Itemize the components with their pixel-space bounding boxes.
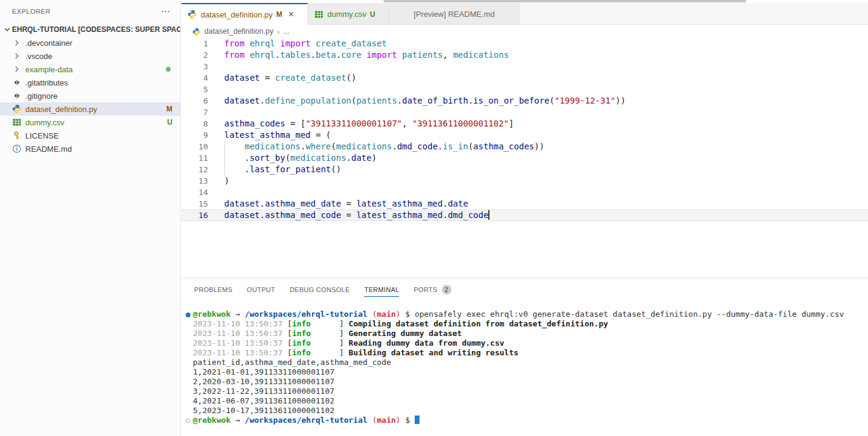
explorer-item--gitattributes[interactable]: .gitattributes <box>0 76 180 89</box>
tab-label: dummy.csv <box>327 10 366 19</box>
git-status-badge: M <box>276 10 282 19</box>
explorer-item--vscode[interactable]: .vscode <box>0 49 180 63</box>
line-number: 13 <box>181 175 208 187</box>
terminal-line-9: 3,2022-11-22,39113311000001107 <box>181 387 868 396</box>
terminal[interactable]: @rebkwok → /workspaces/ehrql-tutorial (m… <box>181 310 868 436</box>
panel-tab-problems[interactable]: PROBLEMS <box>187 278 240 301</box>
readme-icon <box>12 144 22 154</box>
breadcrumb: dataset_definition.py › ... <box>192 25 289 38</box>
terminal-line-2: 2023-11-10 13:50:37 [info ] Compiling da… <box>181 319 868 329</box>
line-number: 1 <box>181 38 208 49</box>
explorer-item-dummy-csv[interactable]: dummy.csvU <box>0 116 180 129</box>
panel-tab-label: DEBUG CONSOLE <box>290 286 350 293</box>
file-label: .vscode <box>25 52 180 61</box>
bottom-panel: PROBLEMSOUTPUTDEBUG CONSOLETERMINALPORTS… <box>181 278 868 436</box>
code-text[interactable]: dataset.asthma_med_code = latest_asthma_… <box>208 210 489 221</box>
tab--preview-readme-md[interactable]: [Preview] README.md <box>389 3 520 24</box>
explorer-root-folder[interactable]: EHRQL-TUTORIAL [CODESPACES: SUPER SPACE … <box>0 23 180 36</box>
code-line-3: 3 <box>181 61 868 72</box>
git-status-badge: M <box>166 105 172 113</box>
editor-group: dataset_definition.pyM×dummy.csvU[Previe… <box>181 0 868 278</box>
line-number: 7 <box>181 107 208 118</box>
panel-tab-ports[interactable]: PORTS2 <box>406 278 458 301</box>
file-label: dummy.csv <box>25 118 167 127</box>
python-icon <box>192 27 201 36</box>
explorer-item-license[interactable]: LICENSE <box>0 129 180 142</box>
code-line-15: 15dataset.asthma_med_date = latest_asthm… <box>181 198 868 210</box>
chevron-right-icon <box>12 51 22 61</box>
file-label: dataset_definition.py <box>25 105 166 114</box>
explorer-item-dataset-definition-py[interactable]: dataset_definition.pyM <box>0 102 180 116</box>
line-number: 5 <box>181 84 208 95</box>
file-label: .devcontainer <box>25 39 180 48</box>
explorer-item-readme-md[interactable]: README.md <box>0 142 180 155</box>
code-text[interactable]: dataset.define_population(patients.date_… <box>208 95 626 107</box>
code-text[interactable]: latest_asthma_med = ( <box>208 129 331 141</box>
chevron-right-icon <box>12 64 22 74</box>
explorer-header: EXPLORER ⋯ <box>0 0 180 23</box>
code-text[interactable]: dataset = create_dataset() <box>208 72 356 84</box>
code-text[interactable]: .sort_by(medications.date) <box>208 152 377 164</box>
git-change-dot-icon <box>166 67 171 72</box>
breadcrumb-symbol[interactable]: ... <box>283 27 289 36</box>
file-label: LICENSE <box>25 131 180 140</box>
panel-tab-bar: PROBLEMSOUTPUTDEBUG CONSOLETERMINALPORTS… <box>181 278 868 301</box>
git-status-badge: U <box>167 118 172 126</box>
explorer-item--gitignore[interactable]: .gitignore <box>0 89 180 102</box>
tab-dummy-csv[interactable]: dummy.csvU <box>308 3 389 24</box>
panel-tab-terminal[interactable]: TERMINAL <box>357 278 406 301</box>
more-actions-icon[interactable]: ⋯ <box>161 6 171 17</box>
terminal-line-12: @rebkwok → /workspaces/ehrql-tutorial (m… <box>181 416 868 425</box>
chevron-down-icon <box>2 25 12 34</box>
csv-icon <box>314 10 324 19</box>
command-decoration-icon[interactable] <box>186 419 190 423</box>
terminal-cursor <box>415 416 420 424</box>
code-line-4: 4dataset = create_dataset() <box>181 72 868 84</box>
tab-dataset-definition-py[interactable]: dataset_definition.pyM× <box>181 3 308 25</box>
code-line-12: 12 .last_for_patient() <box>181 164 868 175</box>
panel-tab-label: PROBLEMS <box>194 286 233 293</box>
tab-scrollbar[interactable] <box>383 0 746 2</box>
code-line-7: 7 <box>181 107 868 118</box>
line-number: 10 <box>181 141 208 152</box>
code-line-6: 6dataset.define_population(patients.date… <box>181 95 868 107</box>
line-number: 2 <box>181 49 208 61</box>
line-number: 4 <box>181 72 208 84</box>
code-text[interactable]: from ehrql import create_dataset <box>208 38 387 49</box>
panel-tab-output[interactable]: OUTPUT <box>240 278 283 301</box>
code-line-8: 8asthma_codes = ["39113311000001107", "3… <box>181 118 868 129</box>
code-text[interactable] <box>208 84 224 95</box>
command-decoration-icon[interactable] <box>186 313 190 317</box>
code-text[interactable]: from ehrql.tables.beta.core import patie… <box>208 49 509 61</box>
explorer-item-example-data[interactable]: example-data <box>0 63 180 76</box>
git-icon <box>12 91 22 101</box>
code-text[interactable] <box>208 187 224 198</box>
file-label: example-data <box>25 65 166 74</box>
code-text[interactable]: dataset.asthma_med_date = latest_asthma_… <box>208 198 468 210</box>
code-text[interactable]: .last_for_patient() <box>208 164 341 175</box>
code-line-14: 14 <box>181 187 868 198</box>
file-tree: .devcontainer.vscodeexample-data.gitattr… <box>0 36 180 155</box>
line-number: 6 <box>181 95 208 107</box>
code-text[interactable]: ) <box>208 175 229 187</box>
line-number: 3 <box>181 61 208 72</box>
chevron-right-icon <box>12 38 22 48</box>
panel-tab-label: PORTS <box>414 286 437 293</box>
code-text[interactable]: asthma_codes = ["39113311000001107", "39… <box>208 118 514 129</box>
terminal-line-5: 2023-11-10 13:50:37 [info ] Building dat… <box>181 348 868 358</box>
code-text[interactable] <box>208 107 224 118</box>
terminal-line-3: 2023-11-10 13:50:37 [info ] Generating d… <box>181 329 868 338</box>
code-editor[interactable]: 1from ehrql import create_dataset2from e… <box>181 38 868 221</box>
code-text[interactable]: medications.where(medications.dmd_code.i… <box>208 141 544 152</box>
terminal-line-10: 4,2021-06-07,39113611000001102 <box>181 396 868 406</box>
breadcrumb-file[interactable]: dataset_definition.py <box>204 27 274 36</box>
line-number: 9 <box>181 129 208 141</box>
file-label: .gitignore <box>25 92 180 101</box>
explorer-sidebar: EXPLORER ⋯ EHRQL-TUTORIAL [CODESPACES: S… <box>0 0 181 436</box>
panel-tab-debug-console[interactable]: DEBUG CONSOLE <box>283 278 357 301</box>
code-text[interactable] <box>208 61 224 72</box>
close-icon[interactable]: × <box>288 10 294 19</box>
license-icon <box>12 131 22 140</box>
terminal-line-7: 1,2021-01-01,39113311000001107 <box>181 367 868 377</box>
explorer-item--devcontainer[interactable]: .devcontainer <box>0 36 180 49</box>
